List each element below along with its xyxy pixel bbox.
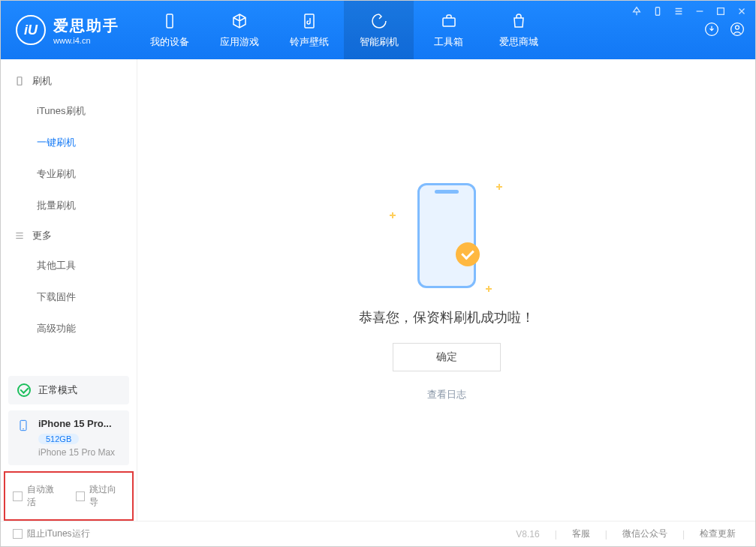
sidebar-item-advanced[interactable]: 高级功能 [1,313,137,344]
nav-label: 铃声壁纸 [290,35,329,49]
nav-smart-flash[interactable]: 智能刷机 [344,1,414,59]
device-info-card[interactable]: iPhone 15 Pro... 512GB iPhone 15 Pro Max [8,410,129,465]
ok-button[interactable]: 确定 [393,343,501,371]
app-subtitle: www.i4.cn [53,36,119,45]
checkbox-label: 跳过向导 [89,483,125,509]
nav-label: 爱思商城 [499,35,538,49]
nav-my-device[interactable]: 我的设备 [134,1,204,59]
skip-wizard-checkbox[interactable]: 跳过向导 [76,483,125,509]
success-illustration [402,179,492,292]
view-log-link[interactable]: 查看日志 [427,388,466,401]
device-name: iPhone 15 Pro... [38,418,115,429]
check-update-link[interactable]: 检查更新 [692,527,743,540]
sidebar-group-flash: 刷机 [1,67,137,95]
music-note-icon [300,11,319,31]
check-badge-icon [456,242,480,266]
cube-icon [230,11,249,31]
sidebar-item-pro-flash[interactable]: 专业刷机 [1,158,137,190]
phone-icon [14,76,25,86]
app-logo: iU 爱思助手 www.i4.cn [1,1,134,59]
group-label: 更多 [32,229,52,242]
group-label: 刷机 [32,74,52,88]
nav-label: 智能刷机 [360,35,399,49]
version-label: V8.16 [516,529,539,539]
svg-rect-1 [718,8,724,15]
minimize-icon[interactable] [694,5,706,17]
success-message: 恭喜您，保资料刷机成功啦！ [359,308,535,326]
user-icon[interactable] [730,22,745,39]
sidebar-item-oneclick-flash[interactable]: 一键刷机 [1,127,137,158]
sidebar-item-batch-flash[interactable]: 批量刷机 [1,190,137,221]
check-circle-icon [17,383,31,397]
options-highlight-box: 自动激活 跳过向导 [4,471,134,521]
svg-point-7 [736,26,739,29]
device-icon [160,11,179,31]
maximize-icon[interactable] [715,5,727,17]
phone-outline-icon [17,418,31,431]
briefcase-icon [439,11,459,31]
nav-store[interactable]: 爱思商城 [483,1,553,59]
checkbox-label: 阻止iTunes运行 [27,527,90,540]
device-mode-status[interactable]: 正常模式 [8,376,129,404]
svg-rect-2 [167,14,173,28]
tool-icon-1[interactable] [631,5,643,17]
close-icon[interactable] [736,5,748,17]
sidebar-item-itunes-flash[interactable]: iTunes刷机 [1,95,137,127]
svg-rect-4 [443,18,455,26]
nav-apps-games[interactable]: 应用游戏 [204,1,274,59]
auto-activate-checkbox[interactable]: 自动激活 [13,483,62,509]
nav-label: 我的设备 [150,35,189,49]
tool-icon-2[interactable] [652,5,664,17]
menu-icon[interactable] [673,5,685,17]
checkbox-icon [76,491,86,501]
nav-label: 应用游戏 [220,35,259,49]
sidebar-group-more: 更多 [1,221,137,250]
app-title: 爱思助手 [53,16,119,36]
support-link[interactable]: 客服 [565,527,598,540]
checkbox-icon [13,491,23,501]
reload-icon [369,11,389,31]
storage-badge: 512GB [38,434,79,444]
wechat-link[interactable]: 微信公众号 [615,527,675,540]
svg-rect-3 [305,14,314,28]
nav-toolbox[interactable]: 工具箱 [414,1,483,59]
checkbox-label: 自动激活 [27,483,62,509]
svg-rect-0 [655,8,659,16]
svg-rect-8 [17,77,22,86]
nav-label: 工具箱 [434,35,463,49]
bag-icon [509,11,529,31]
sidebar-item-other-tools[interactable]: 其他工具 [1,250,137,281]
checkbox-icon [13,529,23,539]
nav-ringtones-wallpapers[interactable]: 铃声壁纸 [274,1,344,59]
logo-icon: iU [16,15,46,45]
svg-point-10 [23,428,24,429]
download-icon[interactable] [704,22,719,39]
block-itunes-checkbox[interactable]: 阻止iTunes运行 [13,527,90,540]
sidebar-item-download-firmware[interactable]: 下载固件 [1,281,137,313]
menu-lines-icon [14,230,25,241]
status-label: 正常模式 [38,383,77,397]
device-full-name: iPhone 15 Pro Max [38,447,115,458]
